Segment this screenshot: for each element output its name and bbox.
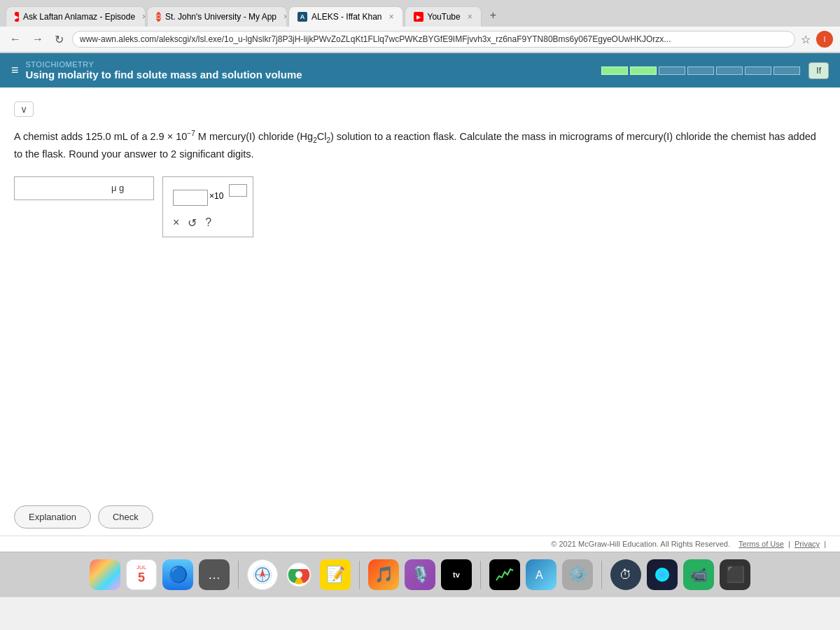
content-area: ∨ A chemist adds 125.0 mL of a 2.9 × 10−… xyxy=(0,88,840,536)
dock-siri[interactable] xyxy=(647,559,678,590)
aleks-app: ≡ STOICHIOMETRY Using molarity to find s… xyxy=(0,53,840,552)
tab-close-1[interactable]: × xyxy=(142,12,146,22)
explanation-button[interactable]: Explanation xyxy=(14,505,91,528)
dock-separator1 xyxy=(238,561,239,589)
tab-close-3[interactable]: × xyxy=(389,12,394,22)
dock-appstore[interactable]: A xyxy=(526,559,556,590)
progress-seg-2 xyxy=(630,66,657,75)
scientific-notation-box: ×10 × ↺ ? xyxy=(162,176,253,237)
dock-music[interactable]: 🎵 xyxy=(368,559,399,590)
dock-appletv[interactable]: tv xyxy=(441,559,472,590)
sci-buttons: × ↺ ? xyxy=(173,216,243,230)
aleks-header: ≡ STOICHIOMETRY Using molarity to find s… xyxy=(0,53,840,88)
sci-undo-button[interactable]: ↺ xyxy=(188,216,197,230)
progress-bar xyxy=(601,66,800,75)
tab-label-2: St. John's University - My App xyxy=(165,12,276,22)
tab-youtube[interactable]: ▶ YouTube × xyxy=(405,6,482,27)
tab-label-4: YouTube xyxy=(428,12,461,22)
progress-seg-3 xyxy=(659,66,685,75)
x10-text: ×10 xyxy=(209,191,223,201)
tab-close-2[interactable]: × xyxy=(284,12,287,22)
aleks-main-title: Using molarity to find solute mass and s… xyxy=(26,69,302,80)
footer-terms[interactable]: Terms of Use xyxy=(738,540,784,548)
check-button[interactable]: Check xyxy=(98,505,153,528)
browser-chrome: ▶ Ask Laftan Anlamaz - Episode × O St. J… xyxy=(0,0,840,53)
dock-separator3 xyxy=(480,561,481,589)
address-input[interactable] xyxy=(72,31,795,48)
mac-dock: JUL 5 🔵 … 📝 🎵 🎙️ tv A ⚙️ ⏱ 📹 ⬛ xyxy=(0,552,840,597)
dock-separator2 xyxy=(359,561,360,589)
dock-more[interactable]: … xyxy=(199,559,230,590)
dock-podcasts[interactable]: 🎙️ xyxy=(405,559,435,590)
answer-input[interactable] xyxy=(23,183,107,194)
sci-top: ×10 xyxy=(173,184,243,209)
aleks-header-left: ≡ STOICHIOMETRY Using molarity to find s… xyxy=(11,60,302,80)
forward-button[interactable]: → xyxy=(29,31,46,47)
reload-button[interactable]: ↻ xyxy=(52,31,66,48)
dock-stocks[interactable] xyxy=(489,559,520,590)
dock-calendar-day: 5 xyxy=(138,570,145,585)
mercury-formula: (Hg2Cl2) xyxy=(297,131,334,142)
tab-favicon-youtube2: ▶ xyxy=(414,12,424,22)
sci-mantissa-input[interactable] xyxy=(173,190,208,206)
progress-seg-6 xyxy=(745,66,771,75)
back-button[interactable]: ← xyxy=(7,31,24,47)
progress-seg-7 xyxy=(774,66,800,75)
footer-copyright: © 2021 McGraw-Hill Education. All Rights… xyxy=(551,540,730,548)
dock-screentime[interactable]: ⏱ xyxy=(610,559,641,590)
hamburger-menu[interactable]: ≡ xyxy=(11,63,19,78)
problem-text: A chemist adds 125.0 mL of a 2.9 × 10−7 … xyxy=(14,128,826,162)
tab-stjohns[interactable]: O St. John's University - My App × xyxy=(147,6,287,27)
dock-facetime[interactable]: 📹 xyxy=(683,559,714,590)
tab-favicon-o: O xyxy=(156,12,161,22)
answer-row: μ g ×10 × ↺ ? xyxy=(14,176,826,237)
dock-chrome[interactable] xyxy=(284,559,314,590)
progress-seg-4 xyxy=(687,66,714,75)
answer-input-box: μ g xyxy=(14,176,154,200)
bottom-bar: Explanation Check xyxy=(0,498,840,536)
bookmark-icon[interactable]: ☆ xyxy=(801,33,811,46)
tab-aleks[interactable]: A ALEKS - Iffat Khan × xyxy=(288,6,403,27)
dock-safari[interactable] xyxy=(247,559,278,590)
dock-notes[interactable]: 📝 xyxy=(320,559,351,590)
dock-finder[interactable]: 🔵 xyxy=(162,559,193,590)
profile-button[interactable]: I xyxy=(816,31,833,48)
problem-part2: M mercury(I) chloride xyxy=(195,131,297,142)
problem-part1: A chemist adds 125.0 mL of a 2.9 × 10 xyxy=(14,131,187,142)
tab-ask-laftan[interactable]: ▶ Ask Laftan Anlamaz - Episode × xyxy=(6,6,146,27)
sci-clear-button[interactable]: × xyxy=(173,216,179,229)
dock-photos[interactable] xyxy=(90,559,120,590)
dock-separator4 xyxy=(601,561,602,589)
if-button[interactable]: If xyxy=(808,62,829,79)
tab-favicon-a: A xyxy=(298,12,307,22)
address-bar: ← → ↻ ☆ I xyxy=(0,27,840,52)
dock-calendar-month: JUL xyxy=(136,564,146,570)
dock-systemprefs[interactable]: ⚙️ xyxy=(562,559,593,590)
svg-point-9 xyxy=(655,568,669,582)
sci-help-button[interactable]: ? xyxy=(205,216,211,229)
svg-text:A: A xyxy=(536,569,543,581)
aleks-title-block: STOICHIOMETRY Using molarity to find sol… xyxy=(26,60,302,80)
progress-seg-1 xyxy=(601,66,628,75)
answer-unit: μ g xyxy=(111,183,124,193)
problem-exponent: −7 xyxy=(187,130,195,137)
tab-bar: ▶ Ask Laftan Anlamaz - Episode × O St. J… xyxy=(0,0,840,27)
footer-privacy[interactable]: Privacy xyxy=(794,540,820,548)
chevron-button[interactable]: ∨ xyxy=(14,102,34,117)
aleks-footer: © 2021 McGraw-Hill Education. All Rights… xyxy=(0,536,840,552)
dock-tv-label: tv xyxy=(453,570,460,579)
tab-favicon-youtube1: ▶ xyxy=(15,12,19,22)
dock-calendar[interactable]: JUL 5 xyxy=(126,559,157,590)
tab-label-3: ALEKS - Iffat Khan xyxy=(312,12,382,22)
sci-exponent-input[interactable] xyxy=(229,184,247,197)
new-tab-button[interactable]: + xyxy=(483,4,503,27)
svg-point-7 xyxy=(295,571,302,578)
dock-webcam[interactable]: ⬛ xyxy=(720,559,750,590)
aleks-section-label: STOICHIOMETRY xyxy=(26,60,302,69)
tab-close-4[interactable]: × xyxy=(468,12,472,22)
progress-seg-5 xyxy=(716,66,743,75)
tab-label-1: Ask Laftan Anlamaz - Episode xyxy=(23,12,135,22)
